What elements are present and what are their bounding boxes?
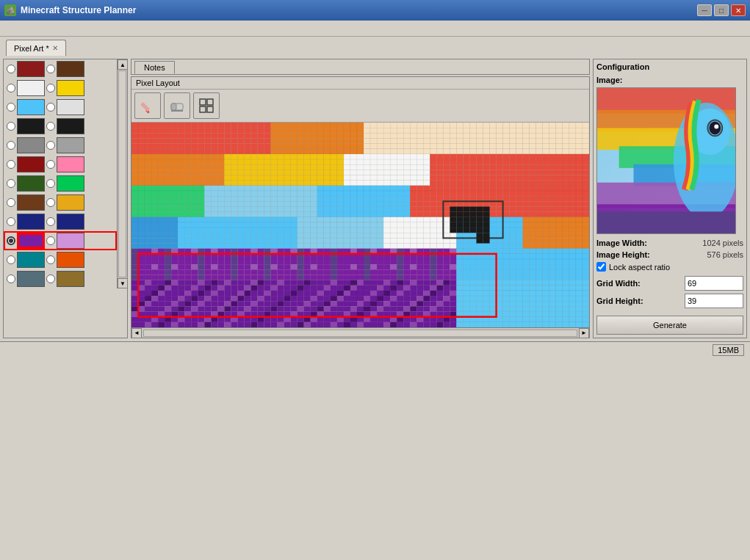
color-swatch-right[interactable] (57, 156, 84, 172)
vertical-scrollbar[interactable]: ▲ ▼ (117, 59, 127, 288)
color-swatch-left[interactable] (17, 175, 45, 192)
palette-radio-right[interactable] (46, 122, 55, 131)
color-swatch-right[interactable] (57, 271, 84, 287)
palette-radio-right[interactable] (46, 141, 55, 150)
memory-status: 15MB (713, 344, 744, 356)
palette-scroll-area: ▲ ▼ (4, 59, 127, 288)
palette-radio-left[interactable] (7, 103, 15, 112)
palette-radio-left[interactable] (7, 198, 15, 207)
image-width-label: Image Width: (596, 239, 702, 247)
palette-row (4, 269, 117, 288)
color-swatch-left[interactable] (17, 252, 45, 268)
color-swatch-right[interactable] (57, 61, 84, 77)
palette-radio-left[interactable] (7, 65, 15, 73)
image-width-value: 1024 pixels (702, 239, 743, 247)
palette-radio-right[interactable] (46, 103, 55, 112)
image-height-row: Image Height: 576 pixels (596, 250, 743, 259)
color-swatch-right[interactable] (57, 233, 84, 249)
color-swatch-left[interactable] (17, 271, 45, 287)
color-swatch-left[interactable] (17, 194, 45, 211)
color-swatch-right[interactable] (57, 252, 84, 268)
palette-radio-left[interactable] (7, 122, 15, 131)
palette-radio-left[interactable] (7, 236, 15, 245)
pencil-tool-button[interactable] (134, 92, 161, 119)
palette-radio-left[interactable] (7, 217, 15, 226)
restore-button[interactable]: □ (714, 4, 729, 16)
pixel-toolbar (131, 90, 589, 123)
notes-tab-area: Notes (131, 59, 590, 75)
scroll-left-btn[interactable]: ◄ (131, 328, 142, 338)
tab-close-icon[interactable]: ✕ (52, 44, 58, 52)
palette-radio-right[interactable] (46, 274, 55, 283)
minimize-button[interactable]: ─ (697, 4, 712, 16)
eraser-tool-button[interactable] (164, 92, 190, 119)
palette-radio-right[interactable] (46, 84, 55, 92)
svg-rect-8 (200, 106, 206, 112)
color-swatch-right[interactable] (57, 194, 84, 211)
app-icon: 🪨 (4, 4, 16, 16)
palette-radio-left[interactable] (7, 84, 15, 92)
grid-select-icon (198, 98, 214, 114)
palette-row (4, 59, 117, 79)
palette-row (4, 193, 117, 212)
scroll-down-btn[interactable]: ▼ (118, 278, 127, 288)
color-swatch-right[interactable] (57, 80, 84, 96)
palette-radio-right[interactable] (46, 198, 55, 207)
svg-rect-7 (207, 99, 213, 105)
close-button[interactable]: ✕ (731, 4, 746, 16)
palette-row (4, 174, 117, 193)
image-label-row: Image: (596, 76, 743, 84)
grid-height-input[interactable] (685, 294, 743, 308)
notes-tab[interactable]: Notes (134, 61, 175, 74)
color-swatch-left[interactable] (17, 137, 45, 153)
palette-radio-left[interactable] (7, 141, 15, 150)
grid-select-tool-button[interactable] (193, 92, 220, 119)
color-swatch-left[interactable] (17, 118, 45, 134)
color-swatch-right[interactable] (57, 118, 84, 134)
scroll-right-btn[interactable]: ► (579, 328, 589, 338)
pixel-canvas-area[interactable] (131, 123, 589, 327)
palette-radio-left[interactable] (7, 274, 15, 283)
color-swatch-left[interactable] (17, 214, 45, 230)
menu-bar (0, 21, 750, 37)
lock-aspect-row: Lock aspect ratio (596, 262, 743, 272)
tab-bar: Pixel Art * ✕ (0, 37, 750, 56)
palette-radio-right[interactable] (46, 65, 55, 73)
palette-row (4, 231, 117, 250)
palette-radio-right[interactable] (46, 255, 55, 264)
generate-button[interactable]: Generate (596, 316, 743, 335)
window-title: Minecraft Structure Planner (21, 5, 136, 15)
horizontal-scrollbar[interactable]: ◄ ► (131, 327, 589, 338)
color-swatch-left[interactable] (17, 99, 45, 115)
palette-row (4, 117, 117, 136)
palette-row (4, 98, 117, 117)
palette-radio-left[interactable] (7, 160, 15, 169)
color-swatch-right[interactable] (57, 175, 84, 192)
palette-radio-right[interactable] (46, 160, 55, 169)
palette-radio-left[interactable] (7, 179, 15, 188)
svg-rect-6 (200, 99, 206, 105)
color-swatch-right[interactable] (57, 214, 84, 230)
palette-radio-right[interactable] (46, 236, 55, 245)
color-swatch-left[interactable] (17, 156, 45, 172)
status-bar: 15MB (0, 341, 750, 357)
image-width-row: Image Width: 1024 pixels (596, 239, 743, 247)
color-swatch-right[interactable] (57, 137, 84, 153)
image-height-value: 576 pixels (707, 250, 743, 259)
grid-width-input[interactable] (685, 276, 743, 291)
svg-rect-5 (171, 110, 183, 112)
palette-radio-right[interactable] (46, 217, 55, 226)
palette-row (4, 79, 117, 98)
lock-aspect-checkbox[interactable] (596, 262, 606, 272)
preview-image (597, 88, 735, 233)
color-swatch-left[interactable] (17, 80, 45, 96)
scroll-up-btn[interactable]: ▲ (118, 59, 127, 70)
color-swatch-left[interactable] (17, 233, 45, 249)
pixel-canvas[interactable] (131, 123, 589, 327)
color-swatch-left[interactable] (17, 61, 45, 77)
grid-height-label: Grid Height: (596, 297, 685, 305)
palette-radio-right[interactable] (46, 179, 55, 188)
palette-radio-left[interactable] (7, 255, 15, 264)
color-swatch-right[interactable] (57, 99, 84, 115)
pixel-art-tab[interactable]: Pixel Art * ✕ (6, 40, 66, 56)
